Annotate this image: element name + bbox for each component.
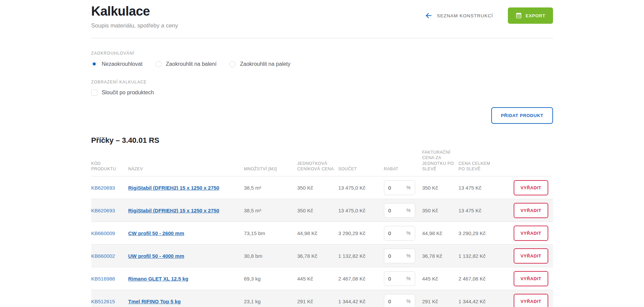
rabat-input[interactable]	[388, 208, 400, 213]
product-name-link[interactable]: UW profil 50 - 4000 mm	[128, 253, 184, 259]
rabat-input[interactable]	[388, 253, 400, 259]
product-name-cell: RigiStabil (DFRIEH2) 15 x 1250 x 2750	[128, 208, 244, 213]
product-code-cell: KB620693	[91, 208, 128, 213]
remove-product-button[interactable]: VYŘADIT	[514, 180, 548, 195]
product-code-link[interactable]: KB620693	[91, 208, 115, 213]
col-header-mnozstvi: MNOŽSTVÍ [MJ]	[244, 166, 297, 176]
product-name-cell: Tmel RIFINO Top 5 kg	[128, 299, 244, 304]
rabat-input[interactable]	[388, 299, 400, 304]
total-after-discount-cell: 1 344,42 Kč	[459, 299, 512, 304]
rabat-input-box: %	[384, 249, 415, 263]
col-header-fakturacni-cena: FAKTURAČNÍ CENA ZA JEDNOTKU PO SLEVĚ	[422, 150, 459, 176]
unit-price-after-discount-cell: 36,78 Kč	[422, 253, 459, 259]
sum-cell: 3 290,29 Kč	[338, 230, 384, 236]
remove-product-button[interactable]: VYŘADIT	[514, 294, 548, 307]
table-row: KB620693 RigiStabil (DFRIEH2) 15 x 1250 …	[91, 199, 553, 222]
radio-icon[interactable]	[229, 61, 236, 67]
merge-checkbox-label: Sloučit po produktech	[102, 90, 154, 96]
product-name-link[interactable]: CW profil 50 - 2600 mm	[128, 230, 184, 236]
col-header-nazev: NÁZEV	[128, 166, 244, 176]
product-name-link[interactable]: RigiStabil (DFRIEH2) 15 x 1250 x 2750	[128, 208, 219, 213]
total-after-discount-cell: 13 475 Kč	[459, 185, 512, 191]
percent-suffix: %	[406, 230, 410, 236]
unit-price-cell: 350 Kč	[297, 185, 338, 191]
add-product-row: PŘIDAT PRODUKT	[91, 107, 553, 124]
product-code-cell: KB660002	[91, 253, 128, 259]
product-code-cell: KB660009	[91, 230, 128, 236]
product-code-link[interactable]: KB620693	[91, 185, 115, 191]
product-code-cell: KB516988	[91, 276, 128, 282]
radio-option-zaokrouhlit-na-baleni[interactable]: Zaokrouhlit na balení	[155, 61, 217, 67]
action-cell: VYŘADIT	[512, 294, 553, 307]
product-name-cell: CW profil 50 - 2600 mm	[128, 230, 244, 236]
section-title: Příčky – 3.40.01 RS	[91, 136, 553, 145]
col-header-actions	[512, 172, 553, 176]
radio-label: Zaokrouhlit na balení	[166, 61, 217, 67]
product-name-link[interactable]: Tmel RIFINO Top 5 kg	[128, 299, 181, 304]
product-code-link[interactable]: KB660009	[91, 230, 115, 236]
product-name-link[interactable]: Rimano GLET XL 12,5 kg	[128, 276, 188, 282]
product-name-cell: RigiStabil (DFRIEH2) 15 x 1250 x 2750	[128, 185, 244, 191]
quantity-cell: 73,15 bm	[244, 230, 297, 236]
percent-suffix: %	[406, 185, 410, 190]
table-row: KB660002 UW profil 50 - 4000 mm 30,8 bm …	[91, 244, 553, 267]
percent-suffix: %	[406, 299, 410, 304]
product-name-cell: Rimano GLET XL 12,5 kg	[128, 276, 244, 282]
page-header: Kalkulace Soupis materiálu, spotřeby a c…	[91, 4, 553, 29]
rabat-input[interactable]	[388, 276, 400, 282]
radio-label: Nezaokrouhlovat	[102, 61, 143, 67]
merge-checkbox[interactable]	[91, 90, 97, 96]
rabat-input-box: %	[384, 271, 415, 286]
rabat-input[interactable]	[388, 185, 400, 191]
radio-icon[interactable]	[91, 61, 97, 67]
spreadsheet-icon	[515, 12, 522, 19]
table-header: KÓD PRODUKTU NÁZEV MNOŽSTVÍ [MJ] JEDNOTK…	[91, 150, 553, 176]
rabat-cell: %	[384, 294, 422, 307]
back-link-label: SEZNAM KONSTRUKCÍ	[437, 13, 493, 18]
rabat-cell: %	[384, 271, 422, 286]
quantity-cell: 38,5 m²	[244, 208, 297, 213]
remove-product-button[interactable]: VYŘADIT	[514, 203, 548, 218]
unit-price-cell: 350 Kč	[297, 208, 338, 213]
rabat-cell: %	[384, 203, 422, 218]
unit-price-after-discount-cell: 350 Kč	[422, 185, 459, 191]
remove-product-button[interactable]: VYŘADIT	[514, 248, 548, 264]
page-subtitle: Soupis materiálu, spotřeby a ceny	[91, 22, 178, 29]
table-body: KB620693 RigiStabil (DFRIEH2) 15 x 1250 …	[91, 176, 553, 307]
export-button[interactable]: EXPORT	[508, 7, 553, 24]
back-to-constructions-link[interactable]: SEZNAM KONSTRUKCÍ	[425, 12, 493, 19]
title-block: Kalkulace Soupis materiálu, spotřeby a c…	[91, 4, 178, 29]
product-name-link[interactable]: RigiStabil (DFRIEH2) 15 x 1250 x 2750	[128, 185, 219, 191]
action-cell: VYŘADIT	[512, 180, 553, 195]
product-code-link[interactable]: KB516988	[91, 276, 115, 282]
product-code-link[interactable]: KB660002	[91, 253, 115, 259]
total-after-discount-cell: 3 290,29 Kč	[459, 230, 512, 236]
rabat-input-box: %	[384, 203, 415, 218]
radio-label: Zaokrouhlit na palety	[240, 61, 291, 67]
action-cell: VYŘADIT	[512, 203, 553, 218]
col-header-rabat: RABAT	[384, 166, 422, 176]
unit-price-cell: 445 Kč	[297, 276, 338, 282]
merge-by-products-option[interactable]: Sloučit po produktech	[91, 90, 553, 96]
col-header-kod-produktu: KÓD PRODUKTU	[91, 161, 128, 176]
rabat-input[interactable]	[388, 230, 400, 236]
rabat-cell: %	[384, 180, 422, 195]
sum-cell: 1 344,42 Kč	[338, 299, 384, 304]
sum-cell: 1 132,82 Kč	[338, 253, 384, 259]
remove-product-button[interactable]: VYŘADIT	[514, 271, 548, 286]
radio-option-nezaokrouhlovat[interactable]: Nezaokrouhlovat	[91, 61, 143, 67]
unit-price-after-discount-cell: 350 Kč	[422, 208, 459, 213]
radio-icon[interactable]	[155, 61, 162, 67]
sum-cell: 13 475,0 Kč	[338, 208, 384, 213]
radio-option-zaokrouhlit-na-palety[interactable]: Zaokrouhlit na palety	[229, 61, 291, 67]
add-product-button[interactable]: PŘIDAT PRODUKT	[491, 107, 553, 124]
quantity-cell: 38,5 m²	[244, 185, 297, 191]
page-container: Kalkulace Soupis materiálu, spotřeby a c…	[91, 0, 553, 307]
remove-product-button[interactable]: VYŘADIT	[514, 226, 548, 241]
percent-suffix: %	[406, 276, 410, 281]
sum-cell: 2 467,08 Kč	[338, 276, 384, 282]
table-row: KB516988 Rimano GLET XL 12,5 kg 69,3 kg …	[91, 267, 553, 290]
col-header-cena-celkem: CENA CELKEM PO SLEVĚ	[459, 161, 512, 176]
product-code-link[interactable]: KB512615	[91, 299, 115, 304]
action-cell: VYŘADIT	[512, 226, 553, 241]
